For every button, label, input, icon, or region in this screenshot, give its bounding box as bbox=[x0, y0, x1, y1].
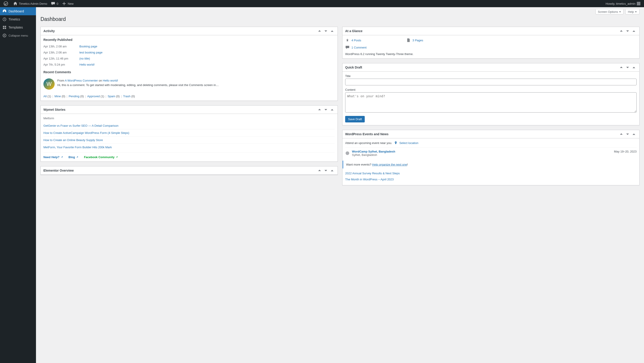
menu-label: Timetics bbox=[8, 17, 20, 21]
news-link[interactable]: 2022 Annual Survey Results & Next Steps bbox=[345, 170, 636, 176]
new-content-link[interactable]: New bbox=[60, 0, 75, 7]
news-link[interactable]: The Month in WordPress – April 2023 bbox=[345, 176, 636, 182]
publish-link[interactable]: Booking page bbox=[80, 45, 97, 48]
move-up-button[interactable] bbox=[317, 168, 322, 173]
filter-pending[interactable]: Pending bbox=[68, 95, 80, 98]
caret-down-icon: ▼ bbox=[619, 10, 621, 13]
move-down-button[interactable] bbox=[625, 28, 630, 34]
move-down-button[interactable] bbox=[323, 28, 328, 34]
organize-link[interactable]: Help organize the next one bbox=[372, 163, 407, 166]
publish-link[interactable]: Hello world! bbox=[80, 63, 95, 66]
toggle-button[interactable] bbox=[631, 131, 636, 137]
recently-published-heading: Recently Published bbox=[44, 38, 335, 41]
quick-draft-widget: Quick Draft Title Content bbox=[342, 63, 640, 125]
screen-options-button[interactable]: Screen Options ▼ bbox=[596, 9, 624, 14]
external-icon bbox=[76, 156, 78, 159]
wp-logo[interactable] bbox=[2, 0, 11, 7]
published-row: Apr 7th, 5:24 pm Hello world! bbox=[44, 61, 335, 68]
story-link[interactable]: MetForm, Your Favorite Form Builder Hits… bbox=[44, 144, 335, 151]
comment-icon bbox=[345, 45, 350, 50]
site-name-link[interactable]: Timetics Admin Demo bbox=[11, 0, 49, 7]
draft-title-input[interactable] bbox=[345, 79, 636, 85]
attend-text: Attend an upcoming event near you. bbox=[345, 141, 392, 145]
pages-link[interactable]: 3 Pages bbox=[412, 39, 423, 42]
published-row: Apr 13th, 2:08 am Booking page bbox=[44, 43, 335, 49]
comment-author-link[interactable]: A WordPress Commenter bbox=[65, 79, 98, 82]
move-up-button[interactable] bbox=[317, 28, 322, 34]
toggle-button[interactable] bbox=[631, 65, 636, 70]
save-draft-button[interactable]: Save Draft bbox=[345, 116, 365, 122]
event-location: Sylhet, Bangladesh bbox=[352, 153, 612, 157]
admin-sidebar: Dashboard Timetics Templates Collapse me… bbox=[0, 7, 36, 363]
plus-icon bbox=[62, 1, 66, 6]
toggle-button[interactable] bbox=[330, 28, 335, 34]
location-icon bbox=[394, 141, 398, 145]
external-icon bbox=[60, 156, 63, 159]
events-news-widget: WordPress Events and News Attend an upco… bbox=[342, 130, 640, 185]
move-up-button[interactable] bbox=[618, 65, 624, 70]
draft-content-textarea[interactable] bbox=[345, 92, 636, 112]
event-row: WordCamp Sylhet, Bangladesh Sylhet, Bang… bbox=[345, 147, 636, 159]
svg-point-3 bbox=[346, 151, 349, 155]
filter-all[interactable]: All bbox=[44, 95, 46, 98]
home-icon bbox=[13, 1, 18, 6]
filter-approved[interactable]: Approved bbox=[87, 95, 100, 98]
comments-count: 0 bbox=[57, 2, 58, 5]
move-up-button[interactable] bbox=[317, 107, 322, 112]
external-icon bbox=[115, 156, 118, 159]
published-row: Apr 12th, 11:46 pm (no title) bbox=[44, 55, 335, 61]
select-location-link[interactable]: Select location bbox=[399, 141, 418, 145]
publish-link[interactable]: test booking page bbox=[80, 51, 102, 54]
story-link[interactable]: How to Create ActiveCampaign WordPress F… bbox=[44, 129, 335, 136]
help-button[interactable]: Help ▼ bbox=[625, 9, 640, 14]
comments-link[interactable]: 1 Comment bbox=[352, 46, 366, 49]
need-help-link[interactable]: Need Help? bbox=[44, 155, 63, 159]
comment-post-link[interactable]: Hello world! bbox=[103, 79, 118, 82]
publish-date: Apr 7th, 5:24 pm bbox=[44, 63, 80, 66]
story-link[interactable]: GetGenie vs Frase vs Surfer SEO — A Deta… bbox=[44, 122, 335, 129]
dashboard-icon bbox=[2, 9, 7, 13]
comments-link[interactable]: 0 bbox=[49, 0, 60, 7]
move-down-button[interactable] bbox=[625, 131, 630, 137]
pages-icon bbox=[406, 38, 410, 42]
caret-down-icon: ▼ bbox=[635, 10, 637, 13]
elementor-overview-widget: Elementor Overview bbox=[40, 166, 338, 175]
move-up-button[interactable] bbox=[618, 28, 624, 34]
event-title-link[interactable]: WordCamp Sylhet, Bangladesh bbox=[352, 150, 395, 153]
gravatar-icon: W bbox=[44, 78, 55, 90]
comment-meta: From A WordPress Commenter on Hello worl… bbox=[57, 78, 335, 83]
facebook-community-link[interactable]: Facebook Community bbox=[84, 155, 118, 159]
content-label: Content bbox=[345, 88, 636, 91]
new-label: New bbox=[68, 2, 74, 5]
move-down-button[interactable] bbox=[323, 107, 328, 112]
admin-bar: Timetics Admin Demo 0 New Howdy, timetic… bbox=[0, 0, 644, 7]
filter-spam[interactable]: Spam bbox=[108, 95, 115, 98]
collapse-menu[interactable]: Collapse menu bbox=[0, 31, 36, 39]
account-link[interactable]: Howdy, timetics_admin bbox=[604, 0, 642, 7]
published-row: Apr 13th, 2:06 am test booking page bbox=[44, 49, 335, 55]
at-a-glance-widget: At a Glance 4 Posts bbox=[342, 27, 640, 59]
story-category: Metform bbox=[44, 117, 335, 120]
publish-link[interactable]: (no title) bbox=[80, 57, 90, 60]
templates-icon bbox=[2, 25, 7, 30]
widget-title: WordPress Events and News bbox=[345, 130, 388, 138]
avatar-icon bbox=[637, 2, 640, 5]
blog-link[interactable]: Blog bbox=[68, 155, 79, 159]
toggle-button[interactable] bbox=[330, 168, 335, 173]
menu-timetics[interactable]: Timetics bbox=[0, 15, 36, 23]
publish-date: Apr 13th, 2:06 am bbox=[44, 51, 80, 54]
main-content: Screen Options ▼ Help ▼ Dashboard Activi… bbox=[36, 7, 644, 363]
wpmet-stories-widget: Wpmet Stories Metform GetGenie vs Frase … bbox=[40, 105, 338, 162]
filter-mine[interactable]: Mine bbox=[54, 95, 61, 98]
comment-filters: All (1) | Mine (0) | Pending (0) | Appro… bbox=[44, 92, 335, 98]
toggle-button[interactable] bbox=[330, 107, 335, 112]
story-link[interactable]: How to Create an Online Beauty Supply St… bbox=[44, 136, 335, 144]
menu-dashboard[interactable]: Dashboard bbox=[0, 7, 36, 15]
move-down-button[interactable] bbox=[625, 65, 630, 70]
menu-templates[interactable]: Templates bbox=[0, 23, 36, 31]
posts-link[interactable]: 4 Posts bbox=[352, 39, 361, 42]
filter-trash[interactable]: Trash bbox=[123, 95, 131, 98]
move-up-button[interactable] bbox=[618, 131, 624, 137]
move-down-button[interactable] bbox=[323, 168, 328, 173]
toggle-button[interactable] bbox=[631, 28, 636, 34]
